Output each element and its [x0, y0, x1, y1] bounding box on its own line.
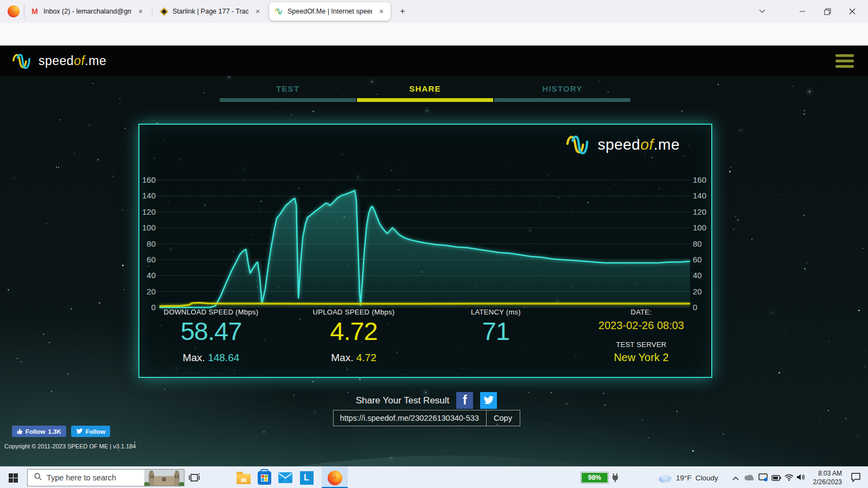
star — [740, 130, 741, 131]
star — [781, 194, 782, 195]
tab-title: Starlink | Page 177 - TractorByNe — [173, 8, 248, 15]
upload-max: 4.72 — [356, 352, 376, 363]
star — [108, 207, 110, 208]
star — [124, 128, 125, 129]
twitter-share-button[interactable] — [480, 392, 497, 409]
tab-gmail[interactable]: M Inbox (2) - lemarchaland@gmai × — [25, 2, 150, 21]
weather-condition: Cloudy — [695, 474, 718, 482]
browser-navbar: ← → ⌂ https://speedof.me ★ ☆ — [0, 23, 868, 46]
tab-close-icon[interactable]: × — [376, 7, 386, 16]
star — [865, 366, 866, 367]
close-window-button[interactable] — [842, 3, 863, 20]
star — [371, 81, 373, 82]
site-logo[interactable]: speedof.me — [11, 52, 106, 70]
star — [92, 83, 93, 84]
restore-button[interactable] — [817, 3, 838, 20]
taskbar-clock[interactable]: 8:03 AM 2/26/2023 — [788, 469, 842, 486]
edge-icon[interactable] — [212, 467, 234, 488]
star — [89, 125, 90, 126]
action-center-icon[interactable] — [851, 473, 861, 484]
star — [67, 373, 69, 375]
minimize-button[interactable] — [792, 3, 813, 20]
onedrive-icon[interactable] — [744, 473, 755, 483]
star — [751, 239, 752, 240]
file-explorer-icon[interactable] — [233, 467, 254, 488]
tray-chevron-up-icon[interactable] — [732, 473, 739, 483]
star — [857, 435, 858, 436]
share-url-field[interactable]: https://i.speedof.me/230226130340-533 — [334, 414, 486, 422]
copy-button[interactable]: Copy — [486, 410, 520, 426]
star — [809, 91, 810, 92]
tab-close-icon[interactable]: × — [136, 7, 145, 16]
star — [71, 308, 72, 310]
star — [785, 330, 786, 331]
share-url-row: https://i.speedof.me/230226130340-533 Co… — [0, 410, 860, 426]
panel-logo-text: speedof.me — [598, 136, 680, 153]
browser-titlebar: M Inbox (2) - lemarchaland@gmai × Starli… — [0, 0, 868, 23]
download-result: DOWNLOAD SPEED (Mbps) 58.47 Max. 148.64 — [143, 308, 279, 364]
display-settings-icon[interactable] — [758, 473, 768, 484]
tab-test[interactable]: TEST — [220, 84, 356, 102]
task-view-button[interactable] — [183, 467, 205, 488]
upload-result: UPLOAD SPEED (Mbps) 4.72 Max. 4.72 — [286, 308, 422, 364]
tab-share[interactable]: SHARE — [357, 84, 493, 102]
microsoft-store-icon[interactable] — [253, 467, 275, 488]
star — [74, 152, 75, 153]
twitter-follow-button[interactable]: Follow — [71, 426, 110, 437]
facebook-share-button[interactable]: f — [456, 392, 473, 409]
star — [164, 389, 165, 390]
search-highlight-image[interactable] — [144, 470, 184, 486]
screen: M Inbox (2) - lemarchaland@gmai × Starli… — [0, 0, 868, 488]
star — [112, 176, 113, 177]
star — [865, 350, 866, 351]
star — [312, 381, 314, 382]
result-nav-tabs: TEST SHARE HISTORY — [220, 84, 631, 102]
panel-logo: speedof.me — [564, 133, 680, 156]
tab-starlink[interactable]: Starlink | Page 177 - TractorByNe × — [154, 2, 267, 21]
star — [737, 219, 739, 221]
mail-icon[interactable] — [275, 467, 296, 488]
l-app-icon[interactable]: L — [296, 467, 317, 488]
latency-value: 71 — [482, 317, 509, 345]
star — [123, 289, 124, 290]
star — [856, 228, 857, 229]
star — [178, 76, 179, 78]
cloud-icon — [658, 473, 672, 483]
tab-speedofme[interactable]: SpeedOf.Me | Internet speed tes × — [269, 2, 391, 21]
star — [17, 358, 18, 359]
weather-widget[interactable]: 19°F Cloudy — [658, 467, 718, 488]
tab-close-icon[interactable]: × — [253, 7, 263, 16]
firefox-app-icon[interactable] — [4, 3, 23, 20]
taskbar-search[interactable]: Type here to search — [27, 469, 184, 486]
download-value: 58.47 — [181, 317, 242, 345]
gmail-icon: M — [30, 7, 39, 16]
date-value: 2023-02-26 08:03 — [598, 319, 684, 332]
battery-tray-icon[interactable] — [771, 473, 781, 483]
windows-logo-icon — [9, 473, 18, 483]
y-tick-label: 140 — [693, 191, 714, 201]
star — [729, 171, 731, 172]
facebook-follow-button[interactable]: Follow1.3K — [12, 426, 66, 437]
start-button[interactable] — [0, 467, 26, 488]
new-tab-button[interactable]: + — [395, 4, 410, 18]
firefox-taskbar-icon[interactable] — [322, 467, 348, 488]
star — [854, 98, 855, 99]
y-tick-label: 80 — [693, 239, 714, 249]
y-tick-label: 60 — [693, 255, 714, 265]
star — [461, 428, 462, 429]
y-tick-label: 120 — [139, 207, 156, 217]
list-all-tabs-button[interactable] — [752, 3, 773, 20]
star — [122, 209, 123, 210]
tab-title: Inbox (2) - lemarchaland@gmai — [43, 8, 131, 15]
star — [46, 223, 47, 224]
search-placeholder: Type here to search — [47, 473, 144, 482]
battery-percent-badge[interactable]: 98% — [581, 472, 608, 483]
star — [99, 302, 100, 304]
server-value: New York 2 — [614, 351, 668, 364]
tab-history[interactable]: HISTORY — [494, 84, 630, 102]
tab-separator — [152, 7, 152, 16]
result-panel: 020406080100120140160 020406080100120140… — [138, 124, 712, 378]
star — [730, 166, 732, 168]
speedofme-wave-icon — [11, 52, 34, 70]
site-menu-icon[interactable] — [835, 54, 854, 68]
